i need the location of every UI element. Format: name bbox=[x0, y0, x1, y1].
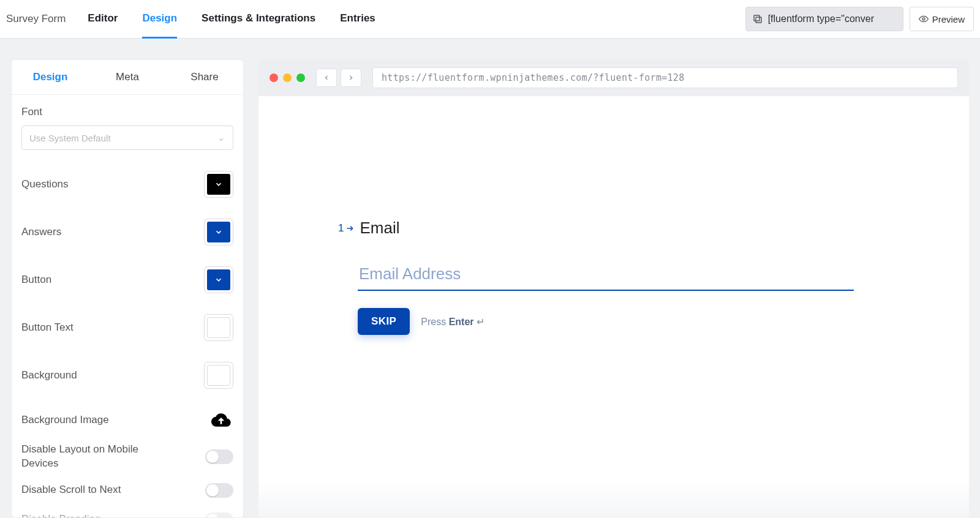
disable-branding-toggle[interactable] bbox=[205, 512, 233, 517]
chevron-down-icon: ⌄ bbox=[217, 132, 225, 143]
tab-settings-integrations[interactable]: Settings & Integrations bbox=[202, 0, 315, 39]
tab-entries[interactable]: Entries bbox=[340, 0, 375, 39]
shortcode-copy[interactable]: [fluentform type="conver bbox=[745, 7, 903, 31]
answers-swatch bbox=[207, 222, 230, 242]
form-title: Survey Form bbox=[6, 13, 70, 25]
preview-label: Preview bbox=[932, 14, 965, 24]
questions-label: Questions bbox=[21, 178, 69, 190]
disable-layout-mobile-label: Disable Layout on Mobile Devices bbox=[21, 443, 175, 471]
questions-color-picker[interactable] bbox=[204, 171, 233, 198]
background-label: Background bbox=[21, 369, 77, 381]
background-color-picker[interactable] bbox=[204, 362, 233, 389]
answers-color-picker[interactable] bbox=[204, 219, 233, 246]
button-color-picker[interactable] bbox=[204, 266, 233, 293]
row-bg-image: Background Image bbox=[21, 410, 233, 430]
background-swatch bbox=[207, 365, 230, 386]
svg-point-2 bbox=[922, 18, 925, 20]
design-sidebar: Design Meta Share Font Use System Defaul… bbox=[11, 59, 244, 518]
email-input[interactable] bbox=[358, 261, 854, 291]
row-questions: Questions bbox=[21, 171, 233, 198]
row-background: Background bbox=[21, 362, 233, 389]
eye-icon bbox=[919, 14, 929, 24]
row-disable-layout-mobile: Disable Layout on Mobile Devices bbox=[21, 443, 233, 471]
svg-rect-0 bbox=[756, 17, 761, 23]
bg-image-label: Background Image bbox=[21, 414, 109, 426]
top-bar: Survey Form Editor Design Settings & Int… bbox=[0, 0, 980, 39]
question-header: 1 Email bbox=[338, 219, 969, 238]
skip-button[interactable]: SKIP bbox=[358, 308, 410, 335]
button-text-swatch bbox=[207, 317, 230, 338]
answers-label: Answers bbox=[21, 226, 61, 238]
button-text-color-picker[interactable] bbox=[204, 314, 233, 341]
tab-design[interactable]: Design bbox=[142, 0, 177, 39]
row-disable-scroll-next: Disable Scroll to Next bbox=[21, 483, 233, 498]
row-disable-branding: Disable Branding bbox=[21, 512, 233, 517]
browser-chrome: https://fluentform.wpninjathemes.com/?fl… bbox=[258, 59, 969, 96]
email-field-wrap bbox=[358, 261, 854, 291]
address-bar[interactable]: https://fluentform.wpninjathemes.com/?fl… bbox=[372, 67, 958, 88]
sidebar-tab-meta[interactable]: Meta bbox=[89, 60, 166, 94]
arrow-right-icon bbox=[345, 224, 355, 233]
main-area: Design Meta Share Font Use System Defaul… bbox=[0, 39, 980, 518]
button-swatch bbox=[207, 269, 230, 290]
disable-scroll-next-toggle[interactable] bbox=[205, 483, 233, 498]
chevron-right-icon bbox=[347, 74, 355, 81]
preview-button[interactable]: Preview bbox=[910, 7, 974, 31]
disable-scroll-next-label: Disable Scroll to Next bbox=[21, 483, 121, 497]
question-title: Email bbox=[360, 219, 399, 238]
question-actions: SKIP Press Enter ↵ bbox=[358, 308, 969, 335]
row-answers: Answers bbox=[21, 219, 233, 246]
traffic-lights bbox=[270, 73, 305, 82]
nav-back-button[interactable] bbox=[316, 69, 337, 87]
bottom-fade bbox=[258, 481, 969, 518]
tab-editor[interactable]: Editor bbox=[88, 0, 118, 39]
form-preview: 1 Email SKIP Press Enter ↵ bbox=[258, 96, 969, 518]
sidebar-body: Font Use System Default ⌄ Questions Answ… bbox=[12, 95, 243, 517]
enter-key-icon: ↵ bbox=[477, 317, 484, 327]
chevron-left-icon bbox=[323, 74, 330, 81]
preview-pane: https://fluentform.wpninjathemes.com/?fl… bbox=[258, 59, 969, 518]
shortcode-text: [fluentform type="conver bbox=[768, 13, 874, 24]
disable-layout-mobile-toggle[interactable] bbox=[205, 449, 233, 464]
sidebar-tab-share[interactable]: Share bbox=[166, 60, 243, 94]
question-number: 1 bbox=[338, 222, 355, 235]
nav-forward-button[interactable] bbox=[341, 69, 361, 87]
nav-buttons bbox=[316, 69, 361, 87]
font-label: Font bbox=[21, 106, 233, 118]
button-text-label: Button Text bbox=[21, 321, 74, 334]
bg-image-upload[interactable] bbox=[209, 410, 233, 430]
font-select-value: Use System Default bbox=[29, 133, 111, 143]
top-nav: Editor Design Settings & Integrations En… bbox=[88, 0, 375, 39]
questions-swatch bbox=[207, 174, 230, 195]
svg-rect-1 bbox=[754, 15, 760, 21]
font-select[interactable]: Use System Default ⌄ bbox=[21, 126, 233, 150]
row-button-text: Button Text bbox=[21, 314, 233, 341]
button-label: Button bbox=[21, 274, 51, 286]
minimize-dot-icon bbox=[283, 73, 292, 82]
close-dot-icon bbox=[270, 73, 278, 82]
cloud-upload-icon bbox=[209, 410, 233, 430]
disable-branding-label: Disable Branding bbox=[21, 512, 100, 517]
zoom-dot-icon bbox=[296, 73, 305, 82]
copy-icon bbox=[752, 13, 763, 24]
address-url: https://fluentform.wpninjathemes.com/?fl… bbox=[382, 72, 685, 83]
sidebar-tabs: Design Meta Share bbox=[12, 60, 243, 95]
enter-hint: Press Enter ↵ bbox=[421, 316, 484, 328]
sidebar-tab-design[interactable]: Design bbox=[12, 60, 89, 94]
row-button: Button bbox=[21, 266, 233, 293]
